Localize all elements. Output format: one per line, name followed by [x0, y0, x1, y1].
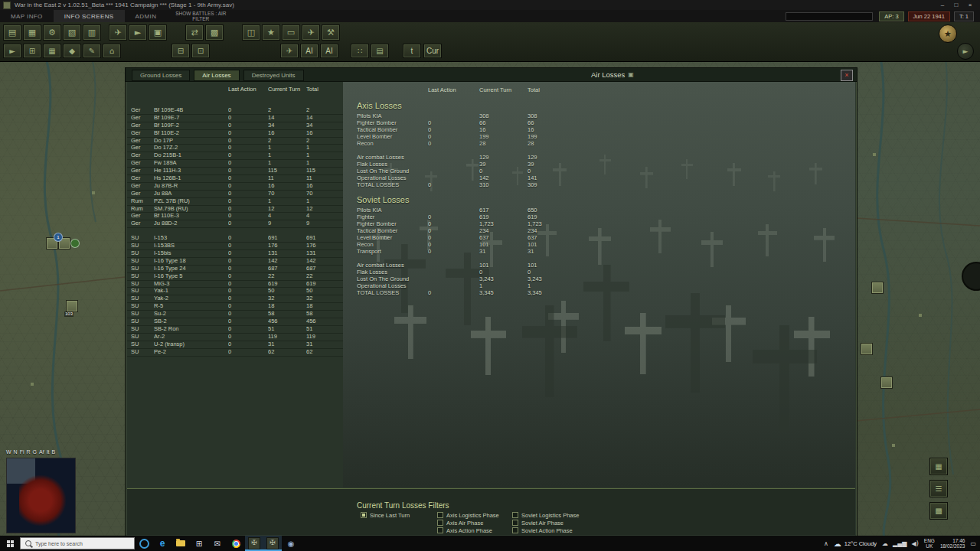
- aircraft-row[interactable]: SUI-153BS0176176: [127, 243, 343, 250]
- aircraft-row[interactable]: GerHe 111H-30115115: [127, 168, 343, 175]
- map-layers-button[interactable]: ☰: [929, 480, 948, 497]
- next-screen-button[interactable]: ►: [957, 43, 974, 60]
- nation-button-it[interactable]: It: [47, 448, 50, 455]
- aircraft-row[interactable]: GerBf 109E-701414: [127, 115, 343, 122]
- onedrive-icon[interactable]: ☁: [882, 540, 888, 547]
- window-pin-icon[interactable]: ▣: [628, 71, 634, 78]
- dialog-close-button[interactable]: ×: [841, 70, 853, 81]
- filter-checkbox[interactable]: [512, 512, 518, 518]
- air-transfer-icon[interactable]: ►: [129, 24, 147, 41]
- zoom-out-icon[interactable]: ⊟: [172, 44, 190, 58]
- aircraft-row[interactable]: SUI-16 Type 180142142: [127, 258, 343, 266]
- aircraft-row[interactable]: SUSu-205858: [127, 311, 343, 318]
- commanders-report-icon[interactable]: ▧: [63, 24, 81, 41]
- menu-item-admin[interactable]: ADMIN: [125, 10, 168, 22]
- cortana-button[interactable]: [135, 536, 153, 551]
- nation-button-w[interactable]: W: [6, 448, 11, 455]
- nation-button-af[interactable]: Af: [39, 448, 44, 455]
- minimize-button[interactable]: –: [936, 1, 949, 10]
- chrome-icon[interactable]: [227, 536, 245, 551]
- order-of-battle-icon[interactable]: ★: [262, 24, 280, 41]
- city-list-icon[interactable]: ▦: [23, 24, 41, 41]
- nation-button-fi[interactable]: Fi: [20, 448, 24, 455]
- aircraft-row[interactable]: SUU-2 (transp)03131: [127, 341, 343, 349]
- mail-icon[interactable]: ✉: [208, 536, 227, 551]
- start-button[interactable]: [0, 536, 20, 551]
- aircraft-row[interactable]: SUYak-203232: [127, 295, 343, 303]
- filter-option[interactable]: Soviet Air Phase: [512, 519, 579, 527]
- message-input[interactable]: [786, 12, 873, 21]
- tab-destroyed-units[interactable]: Destroyed Units: [243, 70, 304, 81]
- losses-screen-icon[interactable]: ◫: [242, 24, 260, 41]
- filter-option[interactable]: Axis Action Phase: [437, 527, 499, 534]
- nation-button-n[interactable]: N: [14, 448, 18, 455]
- aircraft-row[interactable]: RumSM.79B (RU)01212: [127, 206, 343, 214]
- nation-button-g[interactable]: G: [33, 448, 37, 455]
- nation-button-b[interactable]: B: [52, 448, 56, 455]
- aircraft-row[interactable]: GerJu 87B-R01616: [127, 183, 343, 191]
- wite2-editor-icon[interactable]: ✠: [263, 536, 282, 551]
- aircraft-row[interactable]: SUI-16 Type 240687687: [127, 266, 343, 273]
- stacking-view-icon[interactable]: ▩: [205, 24, 224, 41]
- game-emblem-button[interactable]: ★: [939, 24, 957, 43]
- filter-checkbox[interactable]: [512, 520, 518, 526]
- network-icon[interactable]: ▂▄▆: [893, 540, 906, 547]
- naval-mode-icon[interactable]: ◆: [63, 44, 81, 58]
- aircraft-row[interactable]: SUPe-206262: [127, 349, 343, 357]
- aircraft-row[interactable]: GerBf 109E-4B022: [127, 107, 343, 115]
- filter-option[interactable]: Axis Logistics Phase: [437, 511, 499, 519]
- air-ai-icon[interactable]: ✈: [280, 44, 299, 58]
- minimap[interactable]: [6, 458, 76, 533]
- aircraft-row[interactable]: GerJu 88D-2099: [127, 220, 343, 228]
- grid-toggle-icon[interactable]: ∷: [351, 44, 369, 58]
- ai-auto-button[interactable]: AI: [320, 44, 338, 58]
- unit-counter[interactable]: [861, 343, 873, 355]
- aircraft-row[interactable]: SUAr-20119119: [127, 334, 343, 341]
- filter-checkbox[interactable]: [361, 512, 367, 518]
- aircraft-row[interactable]: SUI-15bis0131131: [127, 250, 343, 258]
- hidden-icons-chevron[interactable]: ∧: [824, 540, 828, 547]
- air-doctrine-icon[interactable]: ▣: [149, 24, 167, 41]
- edit-orders-icon[interactable]: ✎: [83, 44, 101, 58]
- text-toggle-button[interactable]: t: [403, 44, 421, 58]
- filter-checkbox[interactable]: [437, 512, 443, 518]
- tab-ground-losses[interactable]: Ground Losses: [132, 70, 190, 81]
- aircraft-row[interactable]: GerBf 110E-201616: [127, 130, 343, 138]
- aircraft-row[interactable]: SUSB-20456456: [127, 318, 343, 326]
- aircraft-row[interactable]: GerDo 215B-1011: [127, 152, 343, 160]
- air-directives-icon[interactable]: ✈: [109, 24, 127, 41]
- filter-option[interactable]: Axis Air Phase: [437, 519, 499, 527]
- aircraft-row[interactable]: SUI-1530691691: [127, 235, 343, 243]
- aircraft-row[interactable]: GerJu 88A07070: [127, 191, 343, 198]
- unit-list-icon[interactable]: ▤: [3, 24, 21, 41]
- aircraft-row[interactable]: SUMiG-30619619: [127, 281, 343, 289]
- unit-counter[interactable]: [871, 282, 884, 294]
- aircraft-row[interactable]: GerDo 17Z-2011: [127, 145, 343, 152]
- filter-checkbox[interactable]: [437, 520, 443, 526]
- airfields-icon[interactable]: ✈: [302, 24, 320, 41]
- production-screen-icon[interactable]: ▭: [282, 24, 300, 41]
- aircraft-row[interactable]: GerBf 110E-3044: [127, 213, 343, 220]
- filter-option[interactable]: Soviet Action Phase: [512, 527, 579, 534]
- map-menu-button[interactable]: ▦: [929, 458, 948, 475]
- filter-checkbox[interactable]: [512, 527, 518, 533]
- tab-air-losses[interactable]: Air Losses: [194, 70, 239, 81]
- counters-toggle-icon[interactable]: ▤: [371, 44, 389, 58]
- repair-icon[interactable]: ⚒: [322, 24, 340, 41]
- show-battles-filter[interactable]: SHOW BATTLES : AIR FILTER: [170, 11, 231, 21]
- edge-browser-icon[interactable]: e: [153, 536, 172, 551]
- aircraft-row[interactable]: RumPZL 37B (RU)011: [127, 198, 343, 206]
- volume-icon[interactable]: ◀): [912, 540, 919, 547]
- map-jump-button[interactable]: ▩: [929, 502, 948, 520]
- aircraft-row[interactable]: SUI-16 Type 502222: [127, 273, 343, 281]
- wite2-game-icon[interactable]: ✠: [245, 536, 263, 551]
- unit-counter[interactable]: [66, 300, 78, 312]
- preferences-icon[interactable]: ⚙: [43, 24, 61, 41]
- aircraft-row[interactable]: GerDo 17P022: [127, 138, 343, 145]
- language-indicator[interactable]: ENG UK: [924, 538, 935, 549]
- taskbar-search[interactable]: Type here to search: [20, 537, 135, 549]
- build-mode-icon[interactable]: ▦: [43, 44, 61, 58]
- filter-option[interactable]: Since Last Turn: [361, 511, 410, 519]
- aircraft-row[interactable]: SUYak-105050: [127, 288, 343, 295]
- nation-button-r[interactable]: R: [27, 448, 31, 455]
